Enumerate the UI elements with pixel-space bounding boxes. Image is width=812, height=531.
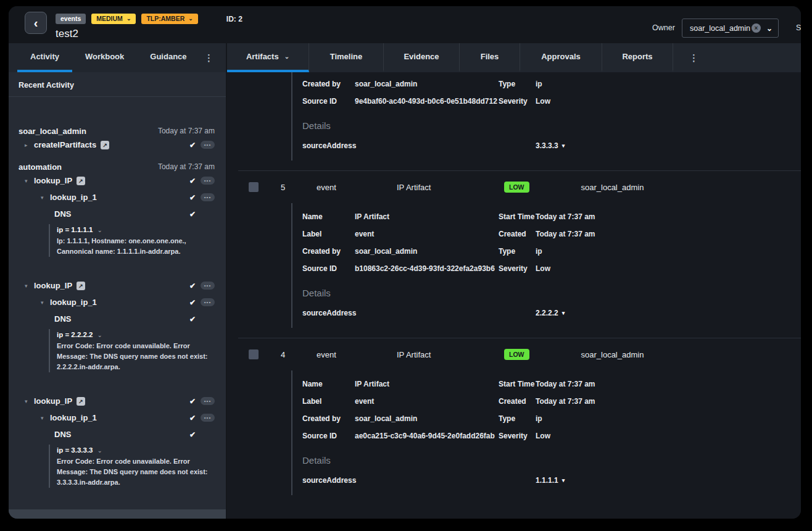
field-label: Name [302,212,355,221]
app-window: ‹ events MEDIUM⌄ TLP:AMBER⌄ ID: 2 test2 … [9,6,801,519]
more-actions-button[interactable]: ••• [201,298,215,306]
action-name[interactable]: lookup_IP [34,176,72,185]
chevron-down-icon: ⌄ [284,53,289,60]
field-row: Label event Created Today at 7:37 am [302,393,801,410]
chevron-down-icon[interactable]: ⌄ [97,447,102,454]
caret-right-icon[interactable]: ▸ [25,142,34,148]
caret-down-icon[interactable]: ▾ [25,178,34,184]
caret-down-icon[interactable]: ▾ [25,398,34,404]
severity-dropdown[interactable]: MEDIUM⌄ [91,14,136,24]
success-check-icon: ✔ [189,177,196,185]
more-actions-button[interactable]: ••• [201,414,215,422]
caret-down-icon[interactable]: ▾ [25,283,34,289]
more-actions-button[interactable]: ••• [201,397,215,405]
app-run-name[interactable]: lookup_ip_1 [50,413,97,422]
field-label: Source ID [302,264,355,273]
activity-panel: Recent Activity soar_local_admin Today a… [9,72,227,519]
caret-down-icon[interactable]: ▾ [41,194,50,201]
app-run-name[interactable]: lookup_ip_1 [50,298,97,307]
badge-row: events MEDIUM⌄ TLP:AMBER⌄ ID: 2 [56,13,242,25]
field-value: soar_local_admin [355,414,499,423]
more-actions-button[interactable]: ••• [201,282,215,290]
field-value: ip [536,80,801,88]
field-value: Today at 7:37 am [536,230,801,238]
artifact-row[interactable]: 5 event IP Artifact LOW soar_local_admin [227,171,801,203]
status-label-clipped: St [796,23,801,32]
detail-key: sourceAddress [302,141,536,150]
artifact-checkbox[interactable] [249,349,259,359]
result-message: Error Code: Error code unavailable. Erro… [57,456,211,488]
asset-row: DNS ✔ [19,206,215,222]
action-run: ▾ lookup_IP ↗ ✔ ••• ▾ lookup_ip_1 ✔ ••• … [19,393,215,488]
success-check-icon: ✔ [189,193,196,202]
dropdown-triangle-icon: ▾ [562,143,565,149]
run-action-row: ▾ lookup_IP ↗ ✔ ••• [19,393,215,409]
field-value: Low [536,97,801,106]
detail-kv-row: sourceAddress 2.2.2.2▾ [302,304,801,322]
action-run: ▾ lookup_IP ↗ ✔ ••• ▾ lookup_ip_1 ✔ ••• … [19,172,215,257]
artifact-checkbox[interactable] [249,182,259,192]
run-subrow: ▾ lookup_ip_1 ✔ ••• [19,294,215,311]
external-link-icon[interactable]: ↗ [77,282,85,290]
right-tabs-more-menu[interactable]: ⋮ [689,52,698,64]
detail-value-dropdown[interactable]: 1.1.1.1▾ [536,476,801,485]
chevron-down-icon[interactable]: ⌄ [97,332,102,338]
activity-group-header: automation Today at 7:37 am [19,161,215,172]
activity-panel-scrollbar[interactable] [9,509,226,519]
tab-reports[interactable]: Reports [602,43,673,72]
external-link-icon[interactable]: ↗ [77,397,85,406]
page-title: test2 [56,28,242,40]
chevron-down-icon[interactable]: ⌄ [97,227,102,233]
success-check-icon: ✔ [189,298,196,307]
field-value: Today at 7:37 am [536,397,801,406]
severity-badge: LOW [504,182,529,193]
owner-select[interactable]: soar_local_admin × ⌄ [682,19,779,38]
tab-workbook[interactable]: Workbook [72,43,137,72]
artifact-row[interactable]: 4 event IP Artifact LOW soar_local_admin [227,338,801,370]
tab-files[interactable]: Files [460,43,520,72]
back-button[interactable]: ‹ [25,12,47,34]
result-message: Error Code: Error code unavailable. Erro… [57,341,211,372]
run-subrow: ▾ lookup_ip_1 ✔ ••• [19,409,215,426]
tlp-dropdown[interactable]: TLP:AMBER⌄ [141,14,197,24]
success-check-icon: ✔ [189,210,196,219]
tab-approvals[interactable]: Approvals [520,43,602,72]
tab-guidance[interactable]: Guidance [137,43,199,72]
artifact-label: event [317,183,384,192]
field-label: Label [302,230,355,238]
detail-value-dropdown[interactable]: 2.2.2.2▾ [536,309,801,317]
more-actions-button[interactable]: ••• [201,141,215,149]
activity-item: ▸ createIPartifacts ↗ ✔ ••• [19,136,215,153]
field-label: Source ID [302,432,355,440]
tab-evidence[interactable]: Evidence [384,43,460,72]
tab-bars: Activity Workbook Guidance ⋮ Artifacts⌄ … [9,43,801,72]
artifact-details-partial: Created by soar_local_admin Type ip Sour… [291,72,801,161]
param-value: = 3.3.3.3 [65,446,93,454]
activity-time: Today at 7:37 am [158,162,215,171]
tab-timeline[interactable]: Timeline [309,43,384,72]
activity-user: soar_local_admin [19,127,86,136]
caret-down-icon[interactable]: ▾ [41,299,50,306]
detail-value-dropdown[interactable]: 3.3.3.3▾ [536,141,801,150]
more-actions-button[interactable]: ••• [201,177,215,185]
left-tabs-more-menu[interactable]: ⋮ [204,52,213,64]
more-actions-button[interactable]: ••• [201,193,215,201]
artifact-id: 4 [281,350,296,359]
action-name[interactable]: createIPartifacts [34,140,96,149]
app-run-name[interactable]: lookup_ip_1 [50,193,97,202]
external-link-icon[interactable]: ↗ [77,177,85,185]
action-name[interactable]: lookup_IP [34,396,72,406]
caret-down-icon[interactable]: ▾ [41,415,50,421]
artifact-item: 5 event IP Artifact LOW soar_local_admin… [227,171,801,328]
field-value: Today at 7:37 am [536,212,801,221]
field-row: Source ID b10863c2-26cc-4d39-93fd-322efa… [302,260,801,277]
clear-owner-icon[interactable]: × [752,23,761,33]
tab-artifacts[interactable]: Artifacts⌄ [227,43,309,72]
tab-activity[interactable]: Activity [17,43,72,72]
action-name[interactable]: lookup_IP [34,281,72,290]
artifact-details: Name IP Artifact Start Time Today at 7:3… [291,203,801,328]
field-value: event [355,397,499,406]
external-link-icon[interactable]: ↗ [101,141,109,149]
field-label: Start Time [499,212,536,221]
event-header: ‹ events MEDIUM⌄ TLP:AMBER⌄ ID: 2 test2 … [9,6,801,43]
